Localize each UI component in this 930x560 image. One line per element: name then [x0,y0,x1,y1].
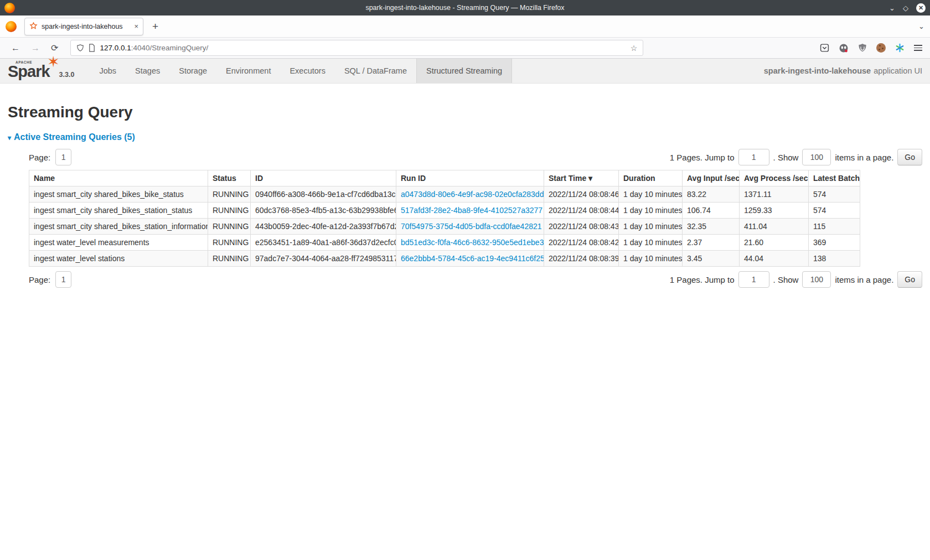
list-tabs-chevron-icon[interactable]: ⌄ [918,22,924,30]
url-text: 127.0.0.1:4040/StreamingQuery/ [100,44,626,52]
go-button[interactable]: Go [897,271,922,288]
run-id-link[interactable]: 70f54975-375d-4d05-bdfa-ccd0fae42821 [401,222,542,231]
window-minimize-icon[interactable]: ⌄ [889,4,895,12]
firefox-logo-icon [4,3,15,13]
application-name: spark-ingest-into-lakehouse [764,66,871,75]
asterisk-extension-icon[interactable] [895,43,905,53]
nav-tab-storage[interactable]: Storage [169,59,216,83]
column-header[interactable]: ID [251,170,396,186]
table-row: ingest smart_city shared_bikes_bike_stat… [29,186,860,203]
streaming-queries-table: NameStatusIDRun IDStart Time ▾DurationAv… [29,170,860,267]
pagination-controls: 1 Pages. Jump to . Show items in a page.… [670,271,922,288]
nav-tab-executors[interactable]: Executors [280,59,334,83]
nav-tab-sql-dataframe[interactable]: SQL / DataFrame [335,59,416,83]
spark-nav-tabs: JobsStagesStorageEnvironmentExecutorsSQL… [90,59,512,83]
items-label: items in a page. [835,153,893,162]
cell-id: e2563451-1a89-40a1-a86f-36d37d2ecfc0 [251,235,396,251]
nav-tab-environment[interactable]: Environment [216,59,280,83]
section-title: Active Streaming Queries (5) [14,132,135,142]
jump-to-input[interactable] [738,149,769,165]
nav-tab-structured-streaming[interactable]: Structured Streaming [416,59,512,83]
column-header[interactable]: Avg Process /sec [740,170,809,186]
window-maximize-icon[interactable]: ◇ [903,4,908,12]
extension-icons [820,43,924,53]
cell-id: 60dc3768-85e3-4fb5-a13c-63b29938bfe6 [251,203,396,219]
cell-start-time: 2022/11/24 08:08:46 [544,186,619,203]
url-path: :4040/StreamingQuery/ [131,44,209,52]
page-selector: Page: [29,271,71,288]
browser-tab[interactable]: spark-ingest-into-lakehous × [24,18,143,35]
nav-tab-jobs[interactable]: Jobs [90,59,126,83]
privacy-mask-icon[interactable] [839,43,849,53]
url-bar[interactable]: 127.0.0.1:4040/StreamingQuery/ ☆ [70,40,643,56]
back-button[interactable]: ← [6,43,25,53]
cell-id: 97adc7e7-3044-4064-aa28-ff7249853117 [251,251,396,267]
cell-avg-input: 83.22 [683,186,740,203]
cell-run-id: 517afd3f-28e2-4ba8-9fe4-4102527a3277 [396,203,544,219]
column-header[interactable]: Name [29,170,208,186]
table-row: ingest smart_city shared_bikes_station_i… [29,219,860,235]
page-number-input[interactable] [55,271,71,288]
nav-tab-stages[interactable]: Stages [126,59,169,83]
cell-duration: 1 day 10 minutes [619,186,683,203]
cell-latest-batch: 138 [809,251,860,267]
page-info-icon[interactable] [89,44,95,52]
items-per-page-input[interactable] [802,271,831,288]
cookie-extension-icon[interactable] [876,43,886,53]
column-header[interactable]: Latest Batch [809,170,860,186]
menu-icon[interactable] [914,45,922,51]
collapse-arrow-icon: ▾ [8,134,11,142]
shield-permissions-icon[interactable] [76,44,84,52]
show-label: . Show [773,275,799,284]
run-id-link[interactable]: 66e2bbb4-5784-45c6-ac19-4ec9411c6f25 [401,254,544,263]
run-id-link[interactable]: bd51ed3c-f0fa-46c6-8632-950e5ed1ebe3 [401,238,544,247]
run-id-link[interactable]: 517afd3f-28e2-4ba8-9fe4-4102527a3277 [401,206,542,215]
cell-avg-process: 1259.33 [740,203,809,219]
cell-duration: 1 day 10 minutes [619,251,683,267]
new-tab-button[interactable]: + [152,20,158,33]
cell-latest-batch: 574 [809,186,860,203]
spark-favicon-icon [29,22,38,30]
jump-to-input[interactable] [738,271,769,288]
forward-button[interactable]: → [25,43,45,53]
cell-status: RUNNING [208,203,251,219]
show-label: . Show [773,153,799,162]
window-close-icon[interactable]: ✕ [916,3,926,13]
cell-status: RUNNING [208,235,251,251]
column-header[interactable]: Start Time ▾ [544,170,619,186]
cell-run-id: 70f54975-375d-4d05-bdfa-ccd0fae42821 [396,219,544,235]
cell-avg-input: 106.74 [683,203,740,219]
cell-name: ingest smart_city shared_bikes_station_i… [29,219,208,235]
spark-star-icon: ✶ [47,55,59,70]
column-header[interactable]: Avg Input /sec [683,170,740,186]
table-row: ingest water_level measurementsRUNNINGe2… [29,235,860,251]
spark-wordmark: APACHE Spark ✶ [8,64,50,80]
column-header[interactable]: Duration [619,170,683,186]
window-title: spark-ingest-into-lakehouse - Streaming … [0,4,930,12]
pocket-icon[interactable] [820,43,829,53]
bookmark-star-icon[interactable]: ☆ [631,44,638,53]
items-per-page-input[interactable] [802,149,831,165]
application-ui-label: spark-ingest-into-lakehouse application … [764,59,930,83]
ublock-shield-icon[interactable] [858,43,867,53]
go-button[interactable]: Go [897,149,922,165]
cell-name: ingest water_level measurements [29,235,208,251]
run-id-link[interactable]: a0473d8d-80e6-4e9f-ac98-02e0cfa283dd [401,190,544,199]
cell-avg-input: 2.37 [683,235,740,251]
spark-logo[interactable]: APACHE Spark ✶ 3.3.0 [0,59,80,83]
page-number-input[interactable] [55,149,71,165]
window-titlebar: spark-ingest-into-lakehouse - Streaming … [0,0,930,15]
pages-summary: 1 Pages. Jump to [670,275,735,284]
column-header[interactable]: Status [208,170,251,186]
reload-button[interactable]: ⟳ [45,43,64,53]
pagination-controls: 1 Pages. Jump to . Show items in a page.… [670,149,922,165]
table-row: ingest water_level stationsRUNNING97adc7… [29,251,860,267]
cell-latest-batch: 369 [809,235,860,251]
apache-label: APACHE [16,61,32,65]
items-label: items in a page. [835,275,893,284]
cell-start-time: 2022/11/24 08:08:44 [544,203,619,219]
tab-close-icon[interactable]: × [134,22,138,30]
active-queries-toggle[interactable]: ▾Active Streaming Queries (5) [8,132,922,142]
streaming-table-body: ingest smart_city shared_bikes_bike_stat… [29,186,860,267]
column-header[interactable]: Run ID [396,170,544,186]
